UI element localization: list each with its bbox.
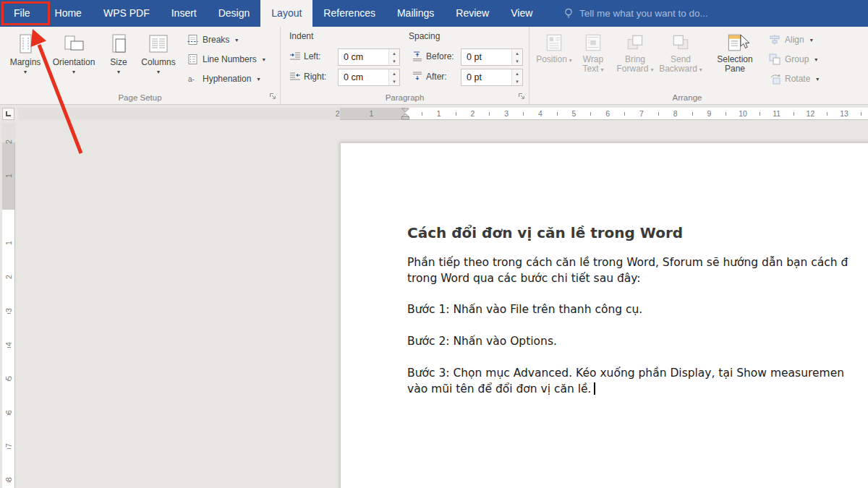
indent-right-icon [289, 71, 302, 82]
dropdown-caret-icon: ▾ [235, 37, 238, 43]
ruler-bar: 2112345678910111213 [0, 105, 868, 123]
columns-button[interactable]: Columns ▾ [137, 30, 179, 92]
spacing-after-input[interactable]: 0 pt ▴▾ [461, 69, 523, 86]
spin-up-icon[interactable]: ▴ [389, 49, 399, 57]
indent-markers-icon[interactable] [401, 108, 410, 120]
spin-down-icon[interactable]: ▾ [389, 57, 399, 65]
ribbon-tab-bar: File Home WPS PDF Insert Design Layout R… [0, 0, 868, 27]
breaks-button[interactable]: Breaks ▾ [187, 32, 238, 48]
dropdown-caret-icon: ▾ [24, 69, 27, 74]
wrap-text-button[interactable]: Wrap Text▾ [574, 30, 612, 92]
group-objects-icon [768, 53, 781, 66]
document-area: 2112345678 Cách đổi đơn vị căn lề trong … [0, 123, 868, 488]
dropdown-caret-icon: ▾ [257, 76, 260, 82]
spacing-before-label: Before: [426, 51, 454, 61]
tab-wps-pdf[interactable]: WPS PDF [93, 0, 161, 27]
arrange-group: Position▾ Wrap Text▾ Bring Forward▾ [529, 27, 845, 104]
rotate-button[interactable]: Rotate ▾ [768, 71, 819, 87]
line-numbers-button[interactable]: Line Numbers ▾ [187, 51, 265, 67]
spin-up-icon[interactable]: ▴ [512, 49, 522, 57]
orientation-icon [62, 33, 85, 56]
dropdown-caret-icon: ▾ [816, 76, 819, 82]
tab-layout[interactable]: Layout [260, 0, 312, 27]
paragraph-dialog-launcher[interactable] [517, 92, 526, 100]
tab-references[interactable]: References [312, 0, 386, 27]
spacing-after-label: After: [426, 72, 447, 82]
page-setup-dialog-launcher[interactable] [268, 92, 277, 100]
tab-selector[interactable] [2, 108, 14, 120]
selection-pane-icon [725, 33, 745, 53]
document-step3-line2: vào mũi tên để đổi đơn vị căn lề. [407, 382, 595, 395]
margins-icon [14, 33, 37, 56]
dropdown-caret-icon: ▾ [651, 67, 654, 73]
annotation-highlight-box [1, 1, 50, 25]
document-page[interactable]: Cách đổi đơn vị căn lề trong Word Phần t… [340, 142, 868, 488]
lightbulb-icon [563, 7, 574, 20]
spin-down-icon[interactable]: ▾ [512, 77, 522, 85]
document-heading: Cách đổi đơn vị căn lề trong Word [407, 224, 683, 241]
align-button[interactable]: Align ▾ [768, 32, 813, 48]
tab-design[interactable]: Design [208, 0, 261, 27]
dropdown-caret-icon: ▾ [601, 67, 604, 73]
indent-left-input[interactable]: 0 cm ▴▾ [338, 48, 400, 66]
page-size-icon [107, 33, 130, 56]
group-label-page-setup: Page Setup [0, 93, 280, 102]
tab-mailings[interactable]: Mailings [386, 0, 445, 27]
indent-section-label: Indent [289, 31, 313, 41]
document-paragraph-line: trong Word qua các bước chi tiết sau đây… [407, 272, 641, 285]
group-label-arrange: Arrange [529, 93, 845, 102]
tell-me-search[interactable]: Tell me what you want to do... [563, 0, 708, 27]
dropdown-caret-icon: ▾ [263, 56, 265, 63]
selection-pane-button[interactable]: Selection Pane [712, 30, 758, 92]
indent-left-icon [289, 51, 302, 61]
indent-right-input[interactable]: 0 cm ▴▾ [338, 69, 400, 86]
tab-home[interactable]: Home [44, 0, 93, 27]
spacing-section-label: Spacing [409, 31, 440, 41]
rotate-icon [768, 72, 781, 85]
position-button[interactable]: Position▾ [535, 30, 573, 92]
tab-view[interactable]: View [500, 0, 543, 27]
document-step3-line: Bước 3: Chọn mục Advanced. Kéo xuống phầ… [407, 367, 844, 380]
line-numbers-icon [187, 53, 199, 65]
hyphenation-icon: a- [187, 73, 199, 85]
tell-me-placeholder: Tell me what you want to do... [579, 8, 708, 19]
text-cursor [594, 382, 595, 395]
paragraph-group: Indent Spacing Left: 0 cm ▴▾ Right: 0 cm… [281, 27, 529, 104]
group-button[interactable]: Group ▾ [768, 51, 817, 67]
tab-stop-icon [6, 111, 11, 116]
dropdown-caret-icon: ▾ [569, 57, 572, 64]
spin-down-icon[interactable]: ▾ [389, 77, 399, 85]
ribbon: Margins ▾ Orientation ▾ Size ▾ [0, 27, 868, 105]
spacing-before-icon [411, 51, 424, 61]
hyphenation-button[interactable]: a- Hyphenation ▾ [187, 71, 260, 87]
margins-button[interactable]: Margins ▾ [4, 30, 46, 92]
spacing-before-input[interactable]: 0 pt ▴▾ [461, 48, 523, 66]
tab-review[interactable]: Review [445, 0, 500, 27]
size-button[interactable]: Size ▾ [101, 30, 136, 92]
columns-icon [147, 33, 170, 56]
vertical-ruler[interactable]: 2112345678 [2, 123, 15, 488]
spin-up-icon[interactable]: ▴ [389, 69, 399, 77]
svg-text:a-: a- [188, 75, 195, 83]
dropdown-caret-icon: ▾ [814, 56, 817, 63]
dropdown-caret-icon: ▾ [72, 69, 75, 74]
document-paragraph-line: Phần tiếp theo trong cách căn lề trong W… [407, 256, 848, 269]
position-icon [544, 33, 564, 53]
tab-insert[interactable]: Insert [161, 0, 208, 27]
page-break-icon [187, 34, 199, 46]
document-step1-line: Bước 1: Nhấn vào File trên thanh công cụ… [407, 303, 642, 316]
send-backward-button[interactable]: Send Backward▾ [658, 30, 703, 92]
orientation-button[interactable]: Orientation ▾ [48, 30, 100, 92]
word-window: File Home WPS PDF Insert Design Layout R… [0, 0, 868, 488]
document-step2-line: Bước 2: Nhấn vào Options. [407, 335, 557, 348]
indent-left-label: Left: [304, 51, 320, 61]
spin-down-icon[interactable]: ▾ [512, 57, 522, 65]
spacing-after-icon [411, 71, 424, 82]
page-setup-group: Margins ▾ Orientation ▾ Size ▾ [0, 27, 281, 104]
dropdown-caret-icon: ▾ [157, 69, 160, 74]
horizontal-ruler[interactable]: 2112345678910111213 [18, 108, 868, 120]
indent-right-label: Right: [304, 72, 326, 82]
wrap-text-icon [583, 33, 603, 53]
bring-forward-button[interactable]: Bring Forward▾ [615, 30, 655, 92]
spin-up-icon[interactable]: ▴ [512, 69, 522, 77]
